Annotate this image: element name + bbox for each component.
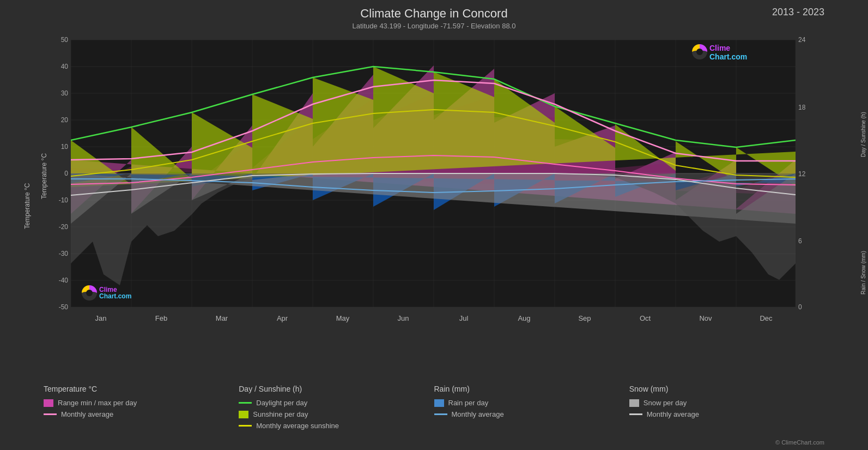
legend-item-sunshine: Sunshine per day [239, 410, 434, 418]
svg-text:Feb: Feb [155, 314, 167, 322]
svg-text:Nov: Nov [699, 314, 712, 322]
legend-group-rain: Rain (mm) Rain per day Monthly average [434, 385, 629, 445]
legend-title-snow: Snow (mm) [629, 385, 824, 393]
svg-point-67 [696, 49, 703, 55]
legend-item-rain-avg: Monthly average [434, 410, 629, 418]
y-axis-right-rain-label: Rain / Snow (mm) [860, 235, 867, 311]
svg-point-63 [86, 290, 93, 296]
svg-text:0: 0 [64, 170, 68, 177]
main-container: Climate Change in Concord Latitude 43.19… [0, 0, 868, 450]
svg-text:Temperature °C: Temperature °C [40, 153, 48, 199]
legend-label-temp-avg: Monthly average [61, 410, 113, 418]
svg-text:50: 50 [61, 36, 69, 44]
svg-text:Aug: Aug [518, 314, 530, 322]
svg-text:Oct: Oct [640, 314, 651, 322]
legend-title-temperature: Temperature °C [44, 385, 239, 393]
legend-group-snow: Snow (mm) Snow per day Monthly average [629, 385, 824, 445]
legend-label-daylight: Daylight per day [256, 399, 307, 407]
legend-title-rain: Rain (mm) [434, 385, 629, 393]
svg-text:Mar: Mar [216, 314, 228, 322]
svg-text:6: 6 [798, 237, 802, 245]
chart-subtitle: Latitude 43.199 - Longitude -71.597 - El… [0, 22, 868, 30]
legend-label-snow-avg: Monthly average [647, 410, 699, 418]
svg-text:40: 40 [61, 63, 69, 70]
svg-text:Sep: Sep [578, 314, 591, 322]
legend-item-snow-avg: Monthly average [629, 410, 824, 418]
legend-line-daylight [239, 402, 252, 404]
legend-item-daylight: Daylight per day [239, 399, 434, 407]
chart-svg: 50 40 30 20 10 0 -10 -20 -30 -40 -50 24 … [38, 34, 828, 329]
chart-header: Climate Change in Concord Latitude 43.19… [0, 0, 868, 32]
legend-swatch-snow [629, 399, 639, 407]
legend-item-temp-avg: Monthly average [44, 410, 239, 418]
legend-label-snow: Snow per day [644, 399, 687, 407]
svg-text:May: May [336, 314, 350, 322]
legend-group-temperature: Temperature °C Range min / max per day M… [44, 385, 239, 445]
svg-text:-10: -10 [59, 196, 69, 204]
svg-text:Jun: Jun [398, 314, 409, 322]
svg-text:Clime: Clime [709, 44, 730, 52]
y-axis-left-label: Temperature °C [23, 183, 31, 229]
legend-label-rain: Rain per day [448, 399, 489, 407]
legend-label-sunshine: Sunshine per day [253, 410, 308, 418]
chart-title: Climate Change in Concord [0, 7, 868, 21]
svg-text:24: 24 [798, 36, 806, 44]
legend-item-rain: Rain per day [434, 399, 629, 407]
svg-text:12: 12 [798, 170, 806, 178]
legend-line-sunshine-avg [239, 425, 252, 427]
legend-area: Temperature °C Range min / max per day M… [0, 379, 868, 450]
legend-swatch-sunshine [239, 411, 248, 418]
svg-text:Jul: Jul [459, 314, 469, 322]
svg-text:Chart.com: Chart.com [99, 292, 131, 300]
legend-label-temp-range: Range min / max per day [58, 399, 137, 407]
legend-item-temp-range: Range min / max per day [44, 399, 239, 407]
svg-text:18: 18 [798, 104, 806, 111]
legend-line-temp-avg [44, 413, 57, 415]
svg-text:Dec: Dec [760, 314, 773, 322]
svg-text:Chart.com: Chart.com [709, 52, 747, 61]
legend-group-sunshine: Day / Sunshine (h) Daylight per day Suns… [239, 385, 434, 445]
legend-label-rain-avg: Monthly average [452, 410, 504, 418]
svg-text:-40: -40 [59, 277, 69, 284]
svg-text:20: 20 [61, 116, 69, 124]
year-range: 2013 - 2023 [772, 7, 824, 18]
svg-text:0: 0 [798, 303, 802, 311]
legend-item-sunshine-avg: Monthly average sunshine [239, 422, 434, 430]
svg-text:Jan: Jan [95, 314, 107, 322]
legend-item-snow: Snow per day [629, 399, 824, 407]
legend-line-snow-avg [629, 413, 642, 415]
svg-text:Apr: Apr [277, 314, 288, 322]
legend-title-sunshine: Day / Sunshine (h) [239, 385, 434, 393]
svg-text:-20: -20 [59, 223, 69, 231]
y-axis-right-sunshine-label: Day / Sunshine (h) [860, 97, 867, 173]
svg-text:-30: -30 [59, 250, 69, 257]
svg-text:30: 30 [61, 89, 69, 97]
legend-line-rain-avg [434, 413, 447, 415]
svg-text:-50: -50 [59, 303, 69, 311]
copyright: © ClimeChart.com [775, 439, 824, 446]
legend-label-sunshine-avg: Monthly average sunshine [256, 422, 339, 430]
legend-swatch-rain [434, 399, 444, 407]
legend-swatch-temp-range [44, 399, 53, 407]
svg-text:10: 10 [61, 143, 69, 151]
